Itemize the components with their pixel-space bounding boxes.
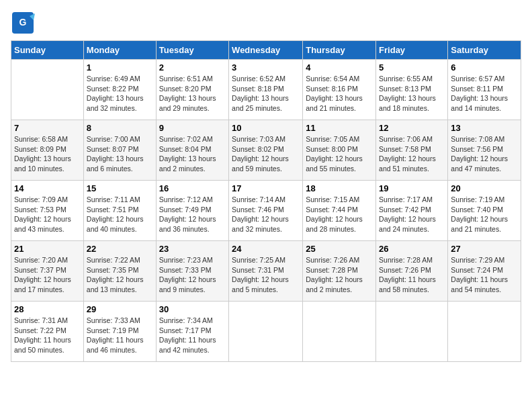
calendar-cell: 19Sunrise: 7:17 AMSunset: 7:42 PMDayligh…	[376, 181, 448, 241]
day-number: 18	[306, 183, 373, 193]
calendar-cell	[448, 302, 521, 362]
calendar-cell: 1Sunrise: 6:49 AMSunset: 8:22 PMDaylight…	[83, 60, 156, 120]
calendar-week-3: 14Sunrise: 7:09 AMSunset: 7:53 PMDayligh…	[11, 181, 521, 241]
calendar-cell: 16Sunrise: 7:12 AMSunset: 7:49 PMDayligh…	[156, 181, 228, 241]
day-info: Sunrise: 6:52 AMSunset: 8:18 PMDaylight:…	[232, 74, 300, 113]
day-info: Sunrise: 7:03 AMSunset: 8:02 PMDaylight:…	[232, 134, 300, 174]
day-number: 12	[379, 123, 445, 133]
day-number: 21	[14, 244, 81, 254]
day-info: Sunrise: 6:55 AMSunset: 8:13 PMDaylight:…	[379, 74, 445, 113]
calendar-cell	[229, 302, 303, 362]
day-number: 25	[306, 244, 373, 254]
day-info: Sunrise: 7:31 AMSunset: 7:22 PMDaylight:…	[14, 316, 81, 355]
calendar-cell: 8Sunrise: 7:00 AMSunset: 8:07 PMDaylight…	[83, 120, 156, 181]
day-info: Sunrise: 7:12 AMSunset: 7:49 PMDaylight:…	[159, 195, 226, 234]
header-cell-monday: Monday	[83, 41, 156, 60]
day-number: 26	[379, 244, 445, 254]
calendar-cell: 30Sunrise: 7:34 AMSunset: 7:17 PMDayligh…	[156, 302, 228, 362]
header-cell-sunday: Sunday	[11, 41, 84, 60]
calendar-cell: 27Sunrise: 7:29 AMSunset: 7:24 PMDayligh…	[448, 241, 521, 302]
day-info: Sunrise: 7:11 AMSunset: 7:51 PMDaylight:…	[87, 195, 153, 234]
calendar-cell: 10Sunrise: 7:03 AMSunset: 8:02 PMDayligh…	[229, 120, 303, 181]
calendar-cell: 2Sunrise: 6:51 AMSunset: 8:20 PMDaylight…	[156, 60, 228, 120]
calendar-cell	[11, 60, 84, 120]
calendar-week-1: 1Sunrise: 6:49 AMSunset: 8:22 PMDaylight…	[11, 60, 521, 120]
page-header: G	[11, 11, 521, 35]
calendar-cell: 20Sunrise: 7:19 AMSunset: 7:40 PMDayligh…	[448, 181, 521, 241]
day-number: 14	[14, 183, 81, 193]
day-number: 3	[232, 62, 300, 73]
calendar-week-2: 7Sunrise: 6:58 AMSunset: 8:09 PMDaylight…	[11, 120, 521, 181]
day-number: 22	[87, 244, 153, 254]
day-number: 2	[159, 62, 226, 73]
day-info: Sunrise: 7:25 AMSunset: 7:31 PMDaylight:…	[232, 255, 300, 295]
calendar-cell: 29Sunrise: 7:33 AMSunset: 7:19 PMDayligh…	[83, 302, 156, 362]
day-number: 9	[159, 123, 226, 133]
calendar-cell: 11Sunrise: 7:05 AMSunset: 8:00 PMDayligh…	[303, 120, 376, 181]
day-number: 28	[14, 304, 81, 314]
header-cell-wednesday: Wednesday	[229, 41, 303, 60]
day-number: 20	[451, 183, 518, 193]
calendar-cell: 6Sunrise: 6:57 AMSunset: 8:11 PMDaylight…	[448, 60, 521, 120]
calendar-cell: 22Sunrise: 7:22 AMSunset: 7:35 PMDayligh…	[83, 241, 156, 302]
day-info: Sunrise: 6:49 AMSunset: 8:22 PMDaylight:…	[87, 74, 153, 113]
day-number: 19	[379, 183, 445, 193]
day-info: Sunrise: 7:08 AMSunset: 7:56 PMDaylight:…	[451, 134, 518, 174]
day-info: Sunrise: 7:02 AMSunset: 8:04 PMDaylight:…	[159, 134, 226, 174]
day-number: 5	[379, 62, 445, 73]
day-info: Sunrise: 6:58 AMSunset: 8:09 PMDaylight:…	[14, 134, 81, 174]
day-info: Sunrise: 7:20 AMSunset: 7:37 PMDaylight:…	[14, 255, 81, 295]
svg-text:G: G	[19, 17, 27, 28]
day-number: 17	[232, 183, 300, 193]
header-cell-tuesday: Tuesday	[156, 41, 228, 60]
calendar-cell: 23Sunrise: 7:23 AMSunset: 7:33 PMDayligh…	[156, 241, 228, 302]
calendar-cell: 17Sunrise: 7:14 AMSunset: 7:46 PMDayligh…	[229, 181, 303, 241]
day-number: 24	[232, 244, 300, 254]
day-number: 7	[14, 123, 81, 133]
calendar-cell: 18Sunrise: 7:15 AMSunset: 7:44 PMDayligh…	[303, 181, 376, 241]
calendar-cell: 28Sunrise: 7:31 AMSunset: 7:22 PMDayligh…	[11, 302, 84, 362]
calendar-cell: 14Sunrise: 7:09 AMSunset: 7:53 PMDayligh…	[11, 181, 84, 241]
day-info: Sunrise: 7:22 AMSunset: 7:35 PMDaylight:…	[87, 255, 153, 295]
day-number: 15	[87, 183, 153, 193]
day-info: Sunrise: 7:26 AMSunset: 7:28 PMDaylight:…	[306, 255, 373, 295]
calendar-cell: 3Sunrise: 6:52 AMSunset: 8:18 PMDaylight…	[229, 60, 303, 120]
day-number: 1	[87, 62, 153, 73]
day-info: Sunrise: 7:00 AMSunset: 8:07 PMDaylight:…	[87, 134, 153, 174]
logo-icon: G	[11, 11, 35, 35]
day-info: Sunrise: 7:05 AMSunset: 8:00 PMDaylight:…	[306, 134, 373, 174]
calendar-cell: 5Sunrise: 6:55 AMSunset: 8:13 PMDaylight…	[376, 60, 448, 120]
calendar-cell: 15Sunrise: 7:11 AMSunset: 7:51 PMDayligh…	[83, 181, 156, 241]
logo: G	[11, 11, 38, 35]
day-number: 4	[306, 62, 373, 73]
calendar-cell: 24Sunrise: 7:25 AMSunset: 7:31 PMDayligh…	[229, 241, 303, 302]
day-number: 30	[159, 304, 226, 314]
day-info: Sunrise: 7:23 AMSunset: 7:33 PMDaylight:…	[159, 255, 226, 295]
day-info: Sunrise: 6:57 AMSunset: 8:11 PMDaylight:…	[451, 74, 518, 113]
calendar-cell	[376, 302, 448, 362]
day-info: Sunrise: 7:17 AMSunset: 7:42 PMDaylight:…	[379, 195, 445, 234]
calendar-cell: 26Sunrise: 7:28 AMSunset: 7:26 PMDayligh…	[376, 241, 448, 302]
day-number: 11	[306, 123, 373, 133]
day-number: 27	[451, 244, 518, 254]
calendar-cell: 4Sunrise: 6:54 AMSunset: 8:16 PMDaylight…	[303, 60, 376, 120]
day-info: Sunrise: 7:29 AMSunset: 7:24 PMDaylight:…	[451, 255, 518, 295]
calendar-table: SundayMondayTuesdayWednesdayThursdayFrid…	[11, 40, 521, 362]
day-info: Sunrise: 7:14 AMSunset: 7:46 PMDaylight:…	[232, 195, 300, 234]
calendar-cell: 12Sunrise: 7:06 AMSunset: 7:58 PMDayligh…	[376, 120, 448, 181]
calendar-cell: 13Sunrise: 7:08 AMSunset: 7:56 PMDayligh…	[448, 120, 521, 181]
header-cell-friday: Friday	[376, 41, 448, 60]
calendar-cell	[303, 302, 376, 362]
day-info: Sunrise: 7:19 AMSunset: 7:40 PMDaylight:…	[451, 195, 518, 234]
day-number: 13	[451, 123, 518, 133]
day-number: 16	[159, 183, 226, 193]
calendar-week-5: 28Sunrise: 7:31 AMSunset: 7:22 PMDayligh…	[11, 302, 521, 362]
day-info: Sunrise: 6:51 AMSunset: 8:20 PMDaylight:…	[159, 74, 226, 113]
calendar-cell: 9Sunrise: 7:02 AMSunset: 8:04 PMDaylight…	[156, 120, 228, 181]
day-info: Sunrise: 7:06 AMSunset: 7:58 PMDaylight:…	[379, 134, 445, 174]
calendar-cell: 25Sunrise: 7:26 AMSunset: 7:28 PMDayligh…	[303, 241, 376, 302]
header-row: SundayMondayTuesdayWednesdayThursdayFrid…	[11, 41, 521, 60]
calendar-week-4: 21Sunrise: 7:20 AMSunset: 7:37 PMDayligh…	[11, 241, 521, 302]
day-info: Sunrise: 7:33 AMSunset: 7:19 PMDaylight:…	[87, 316, 153, 355]
day-info: Sunrise: 7:15 AMSunset: 7:44 PMDaylight:…	[306, 195, 373, 234]
